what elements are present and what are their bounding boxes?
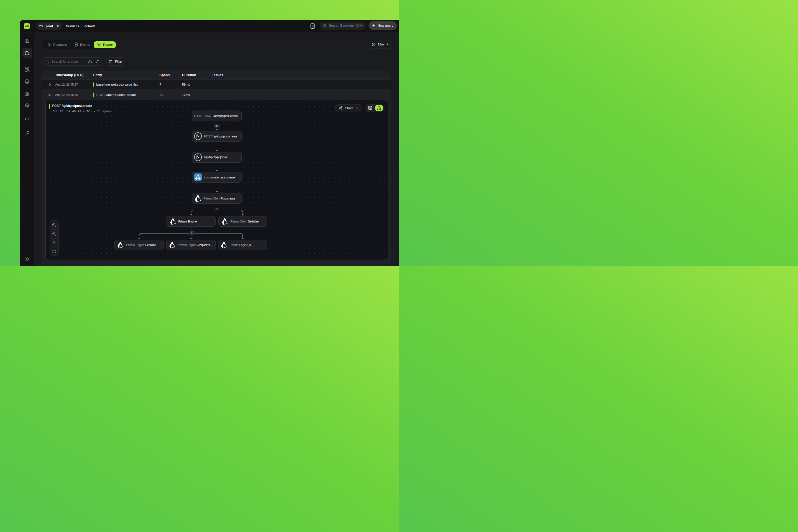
svg-text:aws: aws: [39, 24, 43, 26]
